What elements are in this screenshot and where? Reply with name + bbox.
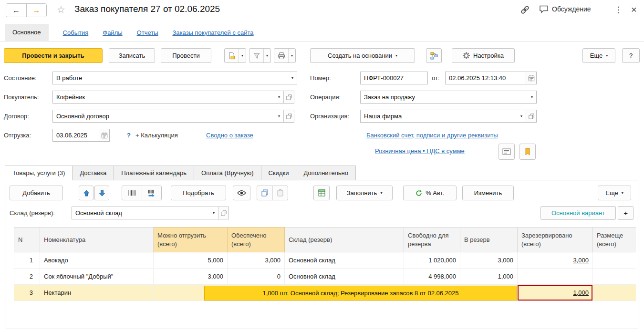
pick-items-button[interactable]: Подобрать <box>171 186 226 200</box>
document-copy-button[interactable] <box>225 49 239 62</box>
tab-discounts[interactable]: Скидки <box>261 166 297 180</box>
table-cell[interactable]: 3,000 <box>460 252 518 269</box>
favorite-star-icon[interactable]: ☆ <box>57 4 65 15</box>
tab-payment-calendar[interactable]: Платежный календарь <box>114 166 194 180</box>
settings-button[interactable]: Настройка <box>452 48 515 63</box>
fill-button[interactable]: Заполнить ▾ <box>336 186 393 200</box>
table-cell[interactable]: Основной склад <box>285 269 404 285</box>
table-cell[interactable]: 4 998,000 <box>404 269 460 285</box>
column-header[interactable]: Размеще (всего) <box>593 228 636 252</box>
column-header[interactable]: Свободно для резерва <box>404 228 460 252</box>
barcode-scan-button[interactable] <box>122 186 142 200</box>
org-input[interactable] <box>361 110 517 122</box>
table-cell[interactable]: 3,000 <box>518 252 593 269</box>
add-variant-button[interactable]: + <box>618 206 634 220</box>
filter-button[interactable] <box>249 49 263 62</box>
org-open-button[interactable] <box>526 110 536 122</box>
move-down-button[interactable] <box>94 186 109 200</box>
calculation-toggle[interactable]: + Калькуляция <box>135 129 178 142</box>
filter-menu-button[interactable]: ▾ <box>263 49 270 62</box>
close-button[interactable]: × <box>629 4 639 14</box>
tab-events[interactable]: События <box>63 29 89 36</box>
order-summary-link[interactable]: Сводно о заказе <box>206 129 253 142</box>
price-terms-link[interactable]: Розничная цена • НДС в сумме <box>375 145 465 157</box>
table-cell[interactable]: Сок яблочный "Добрый" <box>40 269 154 285</box>
tab-main[interactable]: Основное <box>5 24 49 41</box>
price-tags-button[interactable] <box>519 144 536 160</box>
column-header[interactable]: Можно отгрузить (всего) <box>154 228 228 252</box>
warehouse-input[interactable] <box>72 207 209 219</box>
bank-details-link[interactable]: Банковский счет, подписи и другие реквиз… <box>366 129 498 142</box>
help-button[interactable]: ? <box>622 48 640 63</box>
table-cell[interactable]: 3 <box>14 285 40 301</box>
price-list-button[interactable] <box>499 144 515 160</box>
copy-rows-button[interactable] <box>257 186 272 200</box>
document-menu-button[interactable]: ▾ <box>239 49 246 62</box>
table-cell[interactable]: 1 020,000 <box>404 252 460 269</box>
operation-dropdown-caret[interactable]: ▾ <box>528 91 536 103</box>
reserved-link[interactable]: 1,000 <box>573 289 589 296</box>
column-header[interactable]: Номенклатура <box>40 228 154 252</box>
customer-dropdown-caret[interactable]: ▾ <box>275 91 283 103</box>
table-cell[interactable]: 1,000 <box>460 269 518 285</box>
contract-open-button[interactable] <box>283 110 294 122</box>
datetime-input[interactable] <box>446 72 526 84</box>
number-input[interactable] <box>361 72 427 84</box>
table-cell[interactable]: 2 <box>14 269 40 285</box>
datetime-calendar-button[interactable] <box>526 72 536 84</box>
get-link-button[interactable] <box>520 5 530 15</box>
tab-goods[interactable]: Товары, услуги (3) <box>5 166 73 180</box>
print-button[interactable] <box>274 49 288 62</box>
post-button[interactable]: Провести <box>161 48 211 63</box>
table-cell[interactable]: 3,000 <box>154 269 228 285</box>
reserve-variant-button[interactable]: Основной вариант <box>540 206 616 220</box>
edit-row-button[interactable]: Изменить <box>462 186 514 200</box>
table-cell[interactable]: 5,000 <box>154 252 228 269</box>
back-button[interactable]: ← <box>6 4 26 17</box>
table-cell[interactable]: 1 <box>14 252 40 269</box>
tab-additional[interactable]: Дополнительно <box>296 166 356 180</box>
column-header[interactable]: N <box>14 228 40 252</box>
warehouse-open-button[interactable] <box>218 207 229 219</box>
customer-open-button[interactable] <box>283 91 294 103</box>
discussion-button[interactable]: Обсуждение <box>539 5 591 13</box>
tab-files[interactable]: Файлы <box>103 29 122 36</box>
table-cell[interactable]: 0 <box>228 269 285 285</box>
move-up-button[interactable] <box>79 186 93 200</box>
customer-input[interactable] <box>53 91 275 103</box>
tab-site-orders[interactable]: Заказы покупателей с сайта <box>173 29 254 36</box>
column-header[interactable]: Склад (резерв) <box>285 228 404 252</box>
visibility-button[interactable] <box>233 186 250 200</box>
shipping-help-link[interactable]: ? <box>127 129 131 142</box>
more-button-grid[interactable]: Еще ▾ <box>598 186 631 200</box>
org-dropdown-caret[interactable]: ▾ <box>517 110 526 122</box>
create-based-on-button[interactable]: Создать на основании ▾ <box>310 48 415 63</box>
table-cell[interactable]: Нектарин <box>40 285 154 301</box>
table-cell[interactable] <box>593 285 636 301</box>
contract-input[interactable] <box>53 110 275 122</box>
reserved-link[interactable]: 3,000 <box>573 257 589 264</box>
auto-percent-button[interactable]: % Авт. <box>403 186 457 200</box>
write-button[interactable]: Записать <box>109 48 155 63</box>
state-input[interactable] <box>53 72 288 84</box>
table-cell[interactable] <box>593 252 636 269</box>
table-cell[interactable]: 3,000 <box>228 252 285 269</box>
column-header[interactable]: Зарезервировано (всего) <box>518 228 593 252</box>
tab-delivery[interactable]: Доставка <box>72 166 114 180</box>
shipping-calendar-button[interactable] <box>99 129 109 141</box>
add-row-button[interactable]: Добавить <box>10 186 63 200</box>
contract-dropdown-caret[interactable]: ▾ <box>275 110 283 122</box>
table-cell[interactable] <box>518 269 593 285</box>
operation-input[interactable] <box>361 91 528 103</box>
paste-rows-button[interactable] <box>272 186 288 200</box>
tab-reports[interactable]: Отчеты <box>137 29 158 36</box>
more-button-top[interactable]: Еще ▾ <box>582 48 615 63</box>
state-dropdown-caret[interactable]: ▾ <box>288 72 297 84</box>
tab-payment[interactable]: Оплата (Вручную) <box>194 166 261 180</box>
forward-button[interactable]: → <box>26 4 46 17</box>
table-cell[interactable] <box>593 269 636 285</box>
table-cell[interactable]: Основной склад <box>285 252 404 269</box>
related-documents-button[interactable] <box>426 48 442 63</box>
post-and-close-button[interactable]: Провести и закрыть <box>4 48 103 63</box>
table-cell[interactable]: Авокадо <box>40 252 154 269</box>
